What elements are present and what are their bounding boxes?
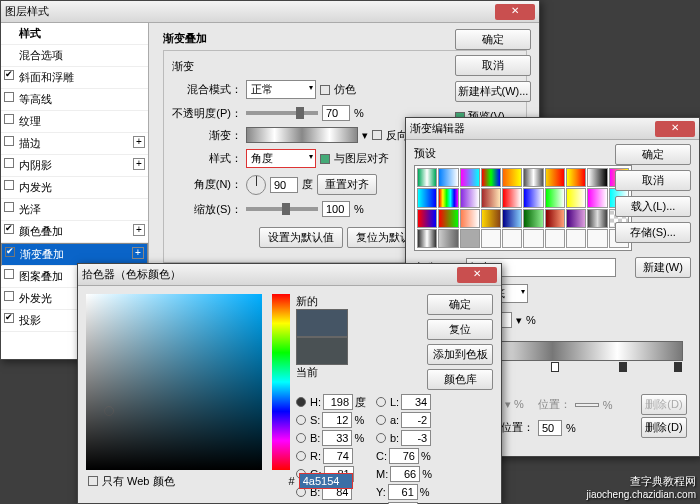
preset-swatch[interactable]	[438, 229, 458, 248]
r-radio[interactable]	[296, 451, 306, 461]
close-icon[interactable]: ✕	[655, 121, 695, 137]
a-input[interactable]: -2	[401, 412, 431, 428]
preset-swatch[interactable]	[587, 168, 607, 187]
style-item-6[interactable]: 光泽	[1, 199, 148, 221]
cancel-button[interactable]: 取消	[455, 55, 531, 76]
preset-swatch[interactable]	[566, 209, 586, 228]
style-checkbox[interactable]	[5, 247, 15, 257]
style-item-7[interactable]: 颜色叠加+	[1, 221, 148, 243]
preset-swatch[interactable]	[460, 188, 480, 207]
l-radio[interactable]	[376, 397, 386, 407]
close-icon[interactable]: ✕	[457, 267, 497, 283]
add-effect-icon[interactable]: +	[132, 247, 144, 259]
ok-button[interactable]: 确定	[427, 294, 493, 315]
new-style-button[interactable]: 新建样式(W)...	[455, 81, 531, 102]
reverse-checkbox[interactable]	[372, 130, 382, 140]
b-radio[interactable]	[296, 433, 306, 443]
style-item-0[interactable]: 斜面和浮雕	[1, 67, 148, 89]
style-checkbox[interactable]	[4, 158, 14, 168]
preset-swatch[interactable]	[523, 229, 543, 248]
scale-input[interactable]: 100	[322, 201, 350, 217]
style-checkbox[interactable]	[4, 180, 14, 190]
grad-style-select[interactable]: 角度▾	[246, 149, 316, 168]
preset-swatch[interactable]	[417, 209, 437, 228]
hue-slider[interactable]	[272, 294, 290, 470]
b-input[interactable]: 33	[322, 430, 352, 446]
preset-swatch[interactable]	[417, 229, 437, 248]
style-checkbox[interactable]	[4, 291, 14, 301]
style-item-4[interactable]: 内阴影+	[1, 155, 148, 177]
style-item-2[interactable]: 纹理	[1, 111, 148, 133]
add-swatch-button[interactable]: 添加到色板	[427, 344, 493, 365]
angle-dial[interactable]	[246, 175, 266, 195]
close-icon[interactable]: ✕	[495, 4, 535, 20]
preset-swatch[interactable]	[587, 229, 607, 248]
style-checkbox[interactable]	[4, 114, 14, 124]
r-input[interactable]: 74	[323, 448, 353, 464]
reset-align-button[interactable]: 重置对齐	[317, 174, 377, 195]
style-list-header[interactable]: 样式	[1, 23, 148, 45]
c-input[interactable]: 76	[389, 448, 419, 464]
gradient-preview[interactable]	[246, 127, 358, 143]
style-checkbox[interactable]	[4, 269, 14, 279]
preset-swatch[interactable]	[566, 168, 586, 187]
style-checkbox[interactable]	[4, 136, 14, 146]
h-input[interactable]: 198	[323, 394, 353, 410]
new-button[interactable]: 新建(W)	[635, 257, 691, 278]
new-color-swatch[interactable]	[296, 309, 348, 337]
color-lib-button[interactable]: 颜色库	[427, 369, 493, 390]
preset-swatch[interactable]	[545, 229, 565, 248]
preset-swatch[interactable]	[438, 209, 458, 228]
set-default-button[interactable]: 设置为默认值	[259, 227, 343, 248]
style-item-5[interactable]: 内发光	[1, 177, 148, 199]
color-stop[interactable]	[551, 362, 559, 372]
h-radio[interactable]	[296, 397, 306, 407]
delete-color-stop-button[interactable]: 删除(D)	[641, 417, 687, 438]
color-field[interactable]	[86, 294, 262, 470]
color-stop[interactable]	[674, 362, 682, 372]
style-checkbox[interactable]	[4, 70, 14, 80]
hex-input[interactable]: 4a5154	[299, 473, 353, 489]
m-input[interactable]: 66	[390, 466, 420, 482]
a-radio[interactable]	[376, 415, 386, 425]
preset-swatch[interactable]	[417, 188, 437, 207]
style-item-1[interactable]: 等高线	[1, 89, 148, 111]
opacity-input[interactable]: 70	[322, 105, 350, 121]
preset-swatch[interactable]	[502, 209, 522, 228]
ok-button[interactable]: 确定	[615, 144, 691, 165]
preset-swatch[interactable]	[460, 168, 480, 187]
opacity-slider[interactable]	[246, 111, 318, 115]
preset-swatch[interactable]	[481, 168, 501, 187]
color-picker-titlebar[interactable]: 拾色器（色标颜色） ✕	[78, 264, 501, 286]
load-button[interactable]: 载入(L)...	[615, 196, 691, 217]
style-checkbox[interactable]	[4, 92, 14, 102]
preset-swatch[interactable]	[545, 168, 565, 187]
stop-pos-input[interactable]: 50	[538, 420, 562, 436]
preset-swatch[interactable]	[523, 188, 543, 207]
add-effect-icon[interactable]: +	[133, 136, 145, 148]
add-effect-icon[interactable]: +	[133, 158, 145, 170]
preset-swatch[interactable]	[502, 229, 522, 248]
s-radio[interactable]	[296, 415, 306, 425]
angle-input[interactable]: 90	[270, 177, 298, 193]
color-stop[interactable]	[619, 362, 627, 372]
preset-swatch[interactable]	[545, 209, 565, 228]
gradient-editor-titlebar[interactable]: 渐变编辑器 ✕	[406, 118, 699, 140]
l-input[interactable]: 34	[401, 394, 431, 410]
lab-b-radio[interactable]	[376, 433, 386, 443]
preset-swatch[interactable]	[460, 229, 480, 248]
web-only-checkbox[interactable]	[88, 476, 98, 486]
reset-button[interactable]: 复位	[427, 319, 493, 340]
preset-grid[interactable]	[414, 165, 632, 251]
lab-b-input[interactable]: -3	[401, 430, 431, 446]
preset-swatch[interactable]	[481, 188, 501, 207]
chevron-down-icon[interactable]: ▾	[516, 314, 522, 327]
chevron-down-icon[interactable]: ▾	[362, 129, 368, 142]
preset-swatch[interactable]	[566, 188, 586, 207]
preset-swatch[interactable]	[523, 209, 543, 228]
preset-swatch[interactable]	[502, 168, 522, 187]
style-checkbox[interactable]	[4, 313, 14, 323]
preset-swatch[interactable]	[545, 188, 565, 207]
preset-swatch[interactable]	[481, 209, 501, 228]
style-checkbox[interactable]	[4, 224, 14, 234]
